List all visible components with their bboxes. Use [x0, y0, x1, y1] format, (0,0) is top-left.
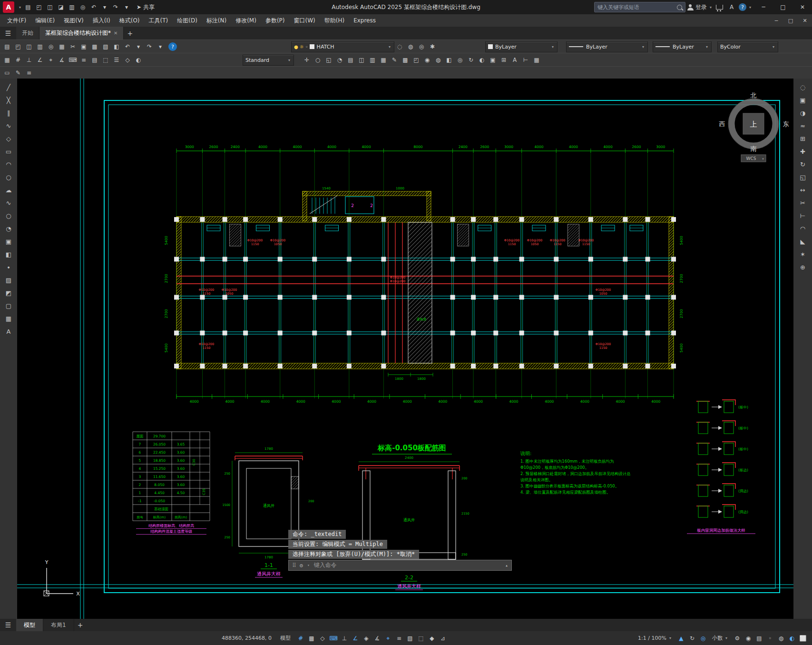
linetype-combo-caret-icon[interactable]: ▾	[642, 45, 644, 49]
graphics-performance-icon[interactable]: ◐	[787, 633, 797, 644]
menu-item-7[interactable]: 标注(N)	[202, 17, 231, 25]
plot-preview-icon[interactable]: ◎	[46, 41, 56, 52]
minimize-icon[interactable]: ─	[754, 0, 773, 14]
tab-layout1[interactable]: 布局1	[43, 619, 74, 631]
app-menu-caret-icon[interactable]: ▾	[19, 5, 21, 10]
grid-toggle-icon[interactable]: #	[13, 55, 23, 65]
menu-item-1[interactable]: 编辑(E)	[31, 17, 59, 25]
fillet-icon[interactable]: ◠	[797, 223, 809, 234]
line-icon[interactable]: ╱	[3, 81, 14, 93]
render-icon[interactable]: ◉	[422, 55, 432, 65]
polyline-icon[interactable]: ∿	[3, 120, 14, 131]
menu-item-11[interactable]: 帮助(H)	[320, 17, 349, 25]
doc-restore-icon[interactable]: □	[783, 15, 798, 26]
osnap-toggle-icon[interactable]: ⌖	[46, 55, 56, 65]
paste-icon[interactable]: ▩	[89, 41, 100, 52]
xref-icon[interactable]: ◰	[411, 55, 421, 65]
selection-cycling-icon[interactable]: ⬚	[416, 633, 426, 644]
copy-icon[interactable]: ▣	[78, 41, 89, 52]
redo-icon[interactable]: ↷	[144, 41, 155, 52]
command-grip-icon[interactable]: ⠿	[292, 562, 296, 569]
menu-item-12[interactable]: Express	[349, 17, 380, 24]
text-style-tool-icon[interactable]: A	[509, 55, 520, 65]
revision-cloud-icon[interactable]: ☁	[3, 184, 14, 196]
grid-display-icon[interactable]: #	[295, 633, 306, 644]
stretch-icon[interactable]: ↔	[797, 184, 809, 196]
mirror-icon[interactable]: ◑	[797, 107, 809, 119]
doc-minimize-icon[interactable]: ─	[769, 15, 783, 26]
space-indicator[interactable]: 模型	[280, 635, 291, 642]
drawing-canvas[interactable]: 北南西东上WCS▾3000260024004000400040004000800…	[17, 79, 793, 619]
units-tool-icon[interactable]: ◇	[122, 55, 133, 65]
ellipse-icon[interactable]: ○	[3, 210, 14, 221]
viewports-icon[interactable]: ⊞	[499, 55, 509, 65]
zoom-realtime-icon[interactable]: ○	[313, 55, 323, 65]
dyn-input-icon[interactable]: ⌨	[68, 55, 78, 65]
app-logo-button[interactable]: A	[3, 1, 14, 13]
layer-off-icon[interactable]: ◌	[394, 41, 405, 52]
quick-properties-toggle-icon[interactable]: ▤	[754, 633, 764, 644]
snap-toggle-icon[interactable]: ▦	[2, 55, 12, 65]
layer-freeze-icon[interactable]: ✱	[427, 41, 438, 52]
menu-item-3[interactable]: 插入(I)	[88, 17, 115, 25]
lineweight-display-icon[interactable]: ≡	[394, 633, 404, 644]
undo-icon[interactable]: ↶	[122, 41, 133, 52]
layout-menu-icon[interactable]: ☰	[0, 619, 16, 631]
qnew-icon[interactable]: ▤	[2, 41, 12, 52]
tab-close-icon[interactable]: ✕	[114, 30, 117, 36]
color-combo[interactable]: ByLayer ▾	[485, 41, 558, 52]
redo-caret-icon[interactable]: ▾	[121, 2, 132, 12]
trim-icon[interactable]: ✂	[797, 197, 809, 208]
offset-icon[interactable]: ≈	[797, 120, 809, 131]
point-icon[interactable]: ∙	[3, 261, 14, 273]
explode-icon[interactable]: ✶	[797, 248, 809, 260]
materials-icon[interactable]: ◍	[433, 55, 443, 65]
new-file-icon[interactable]: ▤	[23, 2, 33, 12]
snap-mode-icon[interactable]: ▩	[306, 633, 317, 644]
arc-icon[interactable]: ◠	[3, 159, 14, 170]
lineweight-combo[interactable]: ByLayer ▾	[653, 41, 712, 52]
layer-combo[interactable]: ● ☼ ◦ HATCH ▾	[291, 41, 394, 52]
annotation-scale-control[interactable]: 1:1 / 100% ▾	[638, 635, 672, 641]
help-icon[interactable]: ?	[168, 42, 177, 51]
scale-icon[interactable]: ◱	[797, 171, 809, 183]
layer-combo-caret-icon[interactable]: ▾	[389, 45, 391, 49]
otrack-toggle-icon[interactable]: ∡	[57, 55, 67, 65]
lineweight-show-icon[interactable]: ≡	[78, 55, 89, 65]
dynamic-input-icon[interactable]: ⌨	[328, 633, 339, 644]
text-style-combo-caret-icon[interactable]: ▾	[288, 58, 290, 62]
doc-close-icon[interactable]: ✕	[798, 15, 812, 26]
cut-icon[interactable]: ✂	[68, 41, 78, 52]
annotation-monitor-icon[interactable]: ◉	[743, 633, 753, 644]
command-input[interactable]: ⠿ ⚙ ▾ 键入命令 ▴	[288, 560, 512, 571]
close-icon[interactable]: ✕	[793, 0, 812, 14]
undo-icon[interactable]: ↶	[88, 2, 99, 12]
auto-annotation-scale-icon[interactable]: ↻	[687, 633, 697, 644]
linetype-combo[interactable]: ByLayer ▾	[566, 41, 648, 52]
table-style-tool-icon[interactable]: ▦	[531, 55, 542, 65]
annotation-visibility-icon[interactable]: ▲	[676, 633, 686, 644]
transparency-icon[interactable]: ▧	[405, 633, 415, 644]
select-cycle-icon[interactable]: ⬚	[100, 55, 111, 65]
tool-palettes-icon[interactable]: ▥	[367, 55, 378, 65]
plot-icon[interactable]: ▥	[35, 41, 45, 52]
tab-active-document[interactable]: 某框架综合楼结构设计图* ✕	[39, 27, 124, 40]
show-motion-icon[interactable]: ▣	[488, 55, 498, 65]
zoom-window-icon[interactable]: ◱	[323, 55, 334, 65]
orbit-3d-icon[interactable]: ↻	[466, 55, 476, 65]
array-icon[interactable]: ⊞	[797, 133, 809, 144]
isolate-objects-icon[interactable]: ◍	[776, 633, 786, 644]
rectangle-icon[interactable]: ▭	[3, 146, 14, 157]
layer-isolate-icon[interactable]: ◍	[405, 41, 416, 52]
markup-icon[interactable]: ✎	[389, 55, 400, 65]
edit-reference-icon[interactable]: ▭	[2, 68, 12, 78]
publish-icon[interactable]: ▦	[57, 41, 67, 52]
dim-style-tool-icon[interactable]: ⊢	[520, 55, 531, 65]
help-button[interactable]: ?	[739, 3, 746, 11]
copy-object-icon[interactable]: ▣	[797, 94, 809, 106]
tab-start[interactable]: 开始	[16, 27, 39, 40]
text-style-combo[interactable]: Standard ▾	[243, 55, 294, 66]
pan-icon[interactable]: ✛	[302, 55, 312, 65]
lineweight-combo-caret-icon[interactable]: ▾	[706, 45, 708, 49]
menu-item-4[interactable]: 格式(O)	[115, 17, 144, 25]
